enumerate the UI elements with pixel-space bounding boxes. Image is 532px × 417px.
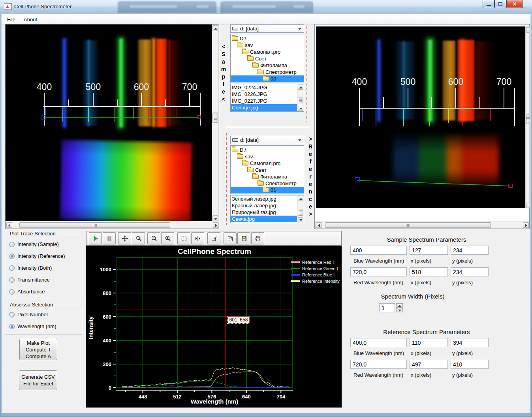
scroll-thumb[interactable]: [19, 222, 170, 228]
tree-item[interactable]: Свет: [231, 167, 304, 173]
reference-blue-wavelength-input[interactable]: [350, 338, 407, 347]
tree-item[interactable]: sav: [231, 153, 304, 160]
zoom-out-button[interactable]: [147, 232, 160, 244]
cursor-tracking-button[interactable]: [191, 232, 204, 244]
spectrum-chart[interactable]: CellPhone Spectrum Intensity Wavelength …: [86, 246, 342, 408]
scroll-up-button[interactable]: [298, 85, 303, 90]
reference-blue-y-input[interactable]: [451, 338, 489, 347]
file-item[interactable]: IMG_0226.JPG: [231, 91, 297, 98]
tree-item[interactable]: D:\: [231, 35, 304, 42]
file-item-selected[interactable]: Солнце.jpg: [231, 104, 297, 111]
select-rectangle-button[interactable]: [177, 232, 190, 244]
play-button[interactable]: [89, 232, 102, 244]
radio-intensity-reference[interactable]: Intensity (Reference): [9, 253, 65, 259]
reference-vertical-label: >Reference>: [307, 136, 314, 218]
reference-image[interactable]: 400 500 600 700: [316, 26, 528, 208]
zoom-in-button[interactable]: [161, 232, 174, 244]
spinner-down-button[interactable]: [396, 308, 403, 312]
radio-wavelength[interactable]: Wavelength (nm): [9, 323, 56, 329]
spectrum-width-input[interactable]: [379, 303, 395, 312]
scroll-down-button[interactable]: [298, 217, 303, 222]
scroll-down-button[interactable]: [298, 106, 303, 111]
tree-item[interactable]: Спектрометр: [231, 69, 304, 75]
scroll-up-button[interactable]: [212, 25, 218, 31]
minimize-button[interactable]: [483, 0, 494, 8]
title-bar[interactable]: Cell Phone Spectrometer ✕: [0, 0, 532, 14]
tree-item[interactable]: D:\: [231, 147, 304, 153]
reference-drive-selector[interactable]: d: [data]: [230, 136, 304, 144]
copy-icon: [227, 235, 233, 242]
tree-item[interactable]: Свет: [231, 55, 304, 62]
scroll-up-button[interactable]: [526, 27, 529, 33]
reference-red-x-input[interactable]: [410, 360, 448, 369]
sample-vertical-scrollbar[interactable]: [212, 24, 219, 221]
reference-blue-x-input[interactable]: [410, 338, 448, 347]
sample-red-y-input[interactable]: [451, 267, 489, 276]
spinner-up-button[interactable]: [396, 303, 403, 308]
reference-red-wavelength-input[interactable]: [350, 360, 407, 369]
file-item[interactable]: Зеленый лазер.jpg: [231, 195, 297, 202]
sample-blue-wavelength-input[interactable]: [350, 246, 407, 255]
radio-transmittance[interactable]: Transmittance: [9, 277, 50, 283]
pause-button[interactable]: [103, 232, 116, 244]
sample-image[interactable]: 400 500 600 700: [6, 24, 212, 221]
generate-csv-button[interactable]: Generate CSV File for Excel: [19, 370, 57, 390]
radio-pixel-number[interactable]: Pixel Number: [9, 312, 48, 317]
folder-icon: [258, 70, 264, 74]
reference-red-y-input[interactable]: [451, 360, 489, 369]
sample-blue-x-input[interactable]: [410, 246, 448, 255]
scroll-right-button[interactable]: [213, 222, 219, 228]
selection-start-handle[interactable]: [355, 178, 359, 182]
file-list-scrollbar[interactable]: [297, 84, 304, 111]
radio-intensity-sample[interactable]: Intensity (Sample): [9, 241, 59, 247]
file-list-scrollbar[interactable]: [297, 195, 304, 223]
sample-horizontal-scrollbar[interactable]: [6, 222, 219, 229]
maximize-button[interactable]: [494, 0, 506, 8]
copy-button[interactable]: [224, 232, 237, 244]
scroll-down-button[interactable]: [526, 203, 529, 208]
scroll-left-button[interactable]: [6, 222, 12, 228]
close-button[interactable]: ✕: [506, 0, 523, 8]
menu-file[interactable]: File: [6, 16, 17, 23]
sample-drive-selector[interactable]: d: [data]: [230, 24, 304, 33]
field-label: Red Wavelength (nm): [353, 372, 403, 378]
reference-vertical-scrollbar[interactable]: [525, 26, 530, 208]
print-button[interactable]: [251, 232, 264, 244]
zoom-window-button[interactable]: [132, 232, 145, 244]
sample-red-x-input[interactable]: [410, 267, 448, 276]
scroll-thumb[interactable]: [325, 222, 491, 228]
scroll-left-button[interactable]: [316, 222, 322, 228]
scroll-thumb[interactable]: [298, 98, 303, 104]
file-item[interactable]: Природный газ.jpg: [231, 209, 297, 216]
sample-blue-y-input[interactable]: [451, 246, 489, 255]
scroll-right-button[interactable]: [523, 222, 529, 228]
make-plot-button[interactable]: Make Plot Compute T Compute A: [19, 339, 57, 360]
scroll-thumb[interactable]: [298, 209, 303, 216]
pan-button[interactable]: [118, 232, 131, 244]
radio-intensity-both[interactable]: Intensity (Both): [9, 265, 52, 271]
save-button[interactable]: [237, 232, 250, 244]
sample-red-wavelength-input[interactable]: [350, 267, 407, 276]
scroll-thumb[interactable]: [526, 115, 529, 124]
tree-item[interactable]: Спектрометр: [231, 180, 304, 187]
scroll-thumb[interactable]: [212, 113, 218, 123]
tree-item[interactable]: sav: [231, 42, 304, 49]
sample-file-list: IMG_0224.JPG IMG_0226.JPG IMG_0227.JPG С…: [230, 84, 304, 112]
tree-item[interactable]: Фитолампа: [231, 62, 304, 69]
plot-properties-button[interactable]: [207, 232, 220, 244]
scroll-up-button[interactable]: [298, 196, 303, 201]
radio-absorbance[interactable]: Absorbance: [9, 289, 45, 295]
tree-item-selected[interactable]: 00: [231, 75, 304, 82]
reference-horizontal-scrollbar[interactable]: [315, 222, 529, 229]
menu-about[interactable]: About: [22, 16, 39, 23]
file-item[interactable]: Красный лазер.jpg: [231, 202, 297, 209]
tree-item[interactable]: Самопал.pro: [231, 49, 304, 55]
tree-item-selected[interactable]: 01: [231, 187, 304, 193]
cursor-tooltip[interactable]: 601, 658: [227, 316, 250, 323]
file-item[interactable]: IMG_0227.JPG: [231, 98, 297, 104]
file-item-selected[interactable]: Свеча.jpg: [231, 216, 297, 222]
tree-item[interactable]: Самопал.pro: [231, 160, 304, 167]
file-item[interactable]: IMG_0224.JPG: [231, 84, 297, 91]
scroll-down-button[interactable]: [212, 215, 218, 221]
tree-item[interactable]: Фитолампа: [231, 173, 304, 180]
